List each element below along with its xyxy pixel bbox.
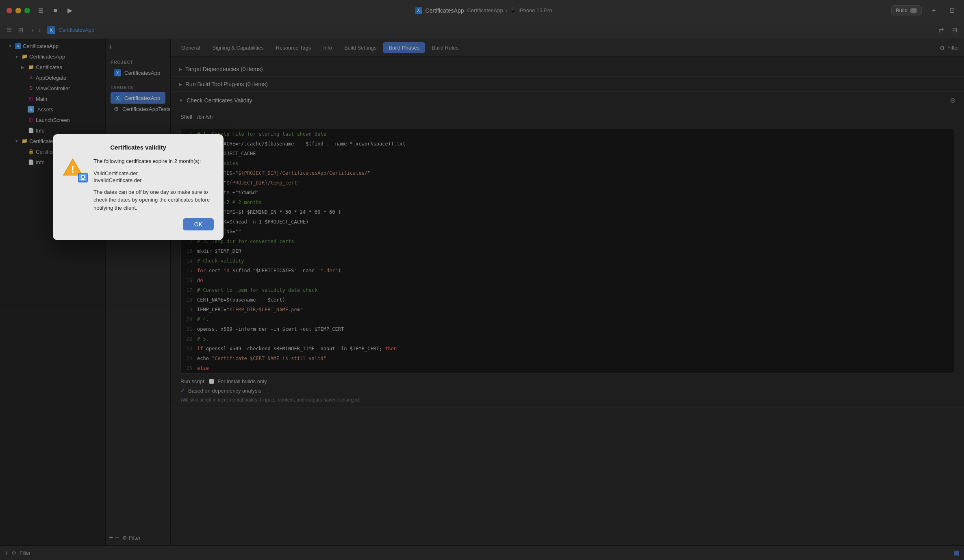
status-badge xyxy=(954,551,959,556)
sidebar-item-launchscreen[interactable]: ⊞ LaunchScreen xyxy=(0,115,105,125)
line-number: 17 xyxy=(181,287,197,293)
phase-delete-button[interactable]: ⊖ xyxy=(950,96,956,105)
code-editor[interactable]: 1 # 1. Create file for storing last show… xyxy=(180,129,954,373)
project-item-certificatesapp[interactable]: X CertificatesApp xyxy=(111,67,165,78)
svg-point-6 xyxy=(82,176,84,178)
nav-forward-button[interactable]: › xyxy=(37,25,42,35)
grid-view-button[interactable]: ⊞ xyxy=(17,25,25,35)
phase-run-build-tool-header[interactable]: ▶ Run Build Tool Plug-ins (0 items) xyxy=(171,77,964,91)
swift-icon: S xyxy=(28,85,34,91)
swift-icon: S xyxy=(28,74,34,81)
line-number: 19 xyxy=(181,307,197,313)
build-phases-content: ▶ Target Dependencies (0 items) ▶ Run Bu… xyxy=(171,57,964,545)
line-number: 21 xyxy=(181,326,197,332)
stop-button[interactable]: ■ xyxy=(50,5,61,16)
cert2-name: InvalidCertificate.der xyxy=(93,177,214,183)
expand-arrow-icon: ▼ xyxy=(15,54,20,59)
build-button[interactable]: Build 2 xyxy=(891,5,922,15)
add-status-button[interactable]: + xyxy=(5,549,9,557)
toolbar: ☰ ⊞ ‹ › X CertificatesApp ⇄ ⊟ xyxy=(0,21,964,39)
main-layout: ▼ X CertificatesApp ▼ 📁 CertificatesApp … xyxy=(0,39,964,545)
tab-info[interactable]: Info xyxy=(317,42,338,53)
sidebar-bottom: + − ⚙ Filter xyxy=(106,530,170,545)
assets-label: Assets xyxy=(37,106,53,113)
line-code: do xyxy=(197,278,208,283)
sidebar-item-certificatesapp-root[interactable]: ▼ X CertificatesApp xyxy=(0,41,105,51)
sidebar-item-main[interactable]: ⊞ Main xyxy=(0,93,105,104)
sidebar-item-viewcontroller[interactable]: S ViewController xyxy=(0,83,105,93)
phase-target-dependencies-header[interactable]: ▶ Target Dependencies (0 items) xyxy=(171,62,964,76)
line-number: 22 xyxy=(181,336,197,342)
shell-value: /bin/sh xyxy=(197,114,213,120)
minimize-button[interactable] xyxy=(15,8,21,13)
project-icon: X xyxy=(15,43,21,49)
project-panel: + PROJECT X CertificatesApp TARGETS X Ce… xyxy=(106,39,171,545)
close-button[interactable] xyxy=(7,8,12,13)
code-line-8: 8 REMIND_IN=2 # 2 months xyxy=(181,198,954,207)
phase-check-certificates-header[interactable]: ▼ Check Certificates Validity ⊖ xyxy=(171,92,964,109)
tab-build-phases[interactable]: Build Phases xyxy=(383,42,425,53)
cert-icon: 🔒 xyxy=(28,148,34,155)
content-area: General Signing & Capabilities Resource … xyxy=(171,39,964,545)
code-line-11: 11 CERT_WARNING="" xyxy=(181,227,954,237)
add-phase-button[interactable]: + xyxy=(106,42,115,52)
add-tab-button[interactable]: + xyxy=(928,5,940,16)
build-label: Build xyxy=(896,7,908,13)
tab-build-rules[interactable]: Build Rules xyxy=(426,42,464,53)
sidebar-item-certificates-folder[interactable]: ▶ 📁 Certificates xyxy=(0,62,105,72)
sidebar-toggle-button[interactable]: ☰ xyxy=(5,25,13,35)
tab-signing[interactable]: Signing & Capabilities xyxy=(206,42,269,53)
sidebar-item-certificatesapp-group[interactable]: ▼ 📁 CertificatesApp xyxy=(0,51,105,62)
expand-icon: ▼ xyxy=(179,98,183,103)
right-panel-button[interactable]: ⊟ xyxy=(951,25,959,35)
code-line-1: 1 # 1. Create file for storing last show… xyxy=(181,129,954,139)
targets-section: TARGETS X CertificatesApp ⚙ Certificates… xyxy=(106,81,170,117)
filter-label: Filter xyxy=(129,535,141,541)
tab-build-settings[interactable]: Build Settings xyxy=(339,42,382,53)
storyboard-icon: ⊞ xyxy=(28,117,34,123)
target-item-label: CertificatesApp xyxy=(124,95,160,101)
maximize-button[interactable] xyxy=(24,8,30,13)
line-code: # 5. xyxy=(197,336,214,342)
target-item-certificatesapp[interactable]: X CertificatesApp xyxy=(111,92,165,104)
phase-check-certificates: ▼ Check Certificates Validity ⊖ Shell /b… xyxy=(171,92,964,408)
authors-button[interactable]: ⇄ xyxy=(937,25,946,35)
phase-target-dependencies: ▶ Target Dependencies (0 items) xyxy=(171,62,964,77)
run-button[interactable]: ▶ xyxy=(64,5,76,16)
dialog-icon: ! xyxy=(63,157,87,182)
target-item-tests[interactable]: ⚙ CertificatesAppTests xyxy=(111,104,165,114)
based-on-row: ✓ Based on dependency analysis xyxy=(180,388,954,394)
filter-status-label: Filter xyxy=(20,550,30,556)
titlebar: ⊞ ■ ▶ X CertificatesApp CertificatesApp … xyxy=(0,0,964,21)
line-code: CERTIFICATES="${PROJECT_DIR}/Certificate… xyxy=(197,170,375,176)
project-icon: X xyxy=(114,69,121,76)
ok-button[interactable]: OK xyxy=(183,218,214,230)
nav-back-button[interactable]: ‹ xyxy=(30,25,35,35)
code-line-10: 10 LAST_CHECK=$(head -n 1 $PROJECT_CACHE… xyxy=(181,217,954,227)
line-code: # 4. xyxy=(197,317,214,322)
titlebar-center: X CertificatesApp CertificatesApp › 📱 iP… xyxy=(80,7,886,14)
sidebar-item-assets[interactable]: A Assets xyxy=(0,104,105,115)
split-view-button[interactable]: ⊡ xyxy=(946,5,957,16)
tab-general[interactable]: General xyxy=(176,42,206,53)
folder-icon: 📁 xyxy=(21,53,28,60)
panel-toggle-button[interactable]: ⊞ xyxy=(35,5,46,16)
svg-rect-5 xyxy=(81,179,85,180)
dialog-extra-text: The dates can be off by one day so make … xyxy=(93,188,214,212)
add-button[interactable]: + xyxy=(109,534,113,542)
sidebar-item-appdelegate[interactable]: S AppDelegate xyxy=(0,72,105,83)
code-line-5: 5 CERTIFICATES="${PROJECT_DIR}/Certifica… xyxy=(181,168,954,178)
toolbar-app-icon: X xyxy=(47,26,55,34)
remove-button[interactable]: − xyxy=(115,534,119,542)
code-line-21: 21 openssl x509 -inform der -in $cert -o… xyxy=(181,324,954,334)
tests-icon: ⚙ xyxy=(114,106,119,112)
main-label: Main xyxy=(36,96,47,102)
line-code: # Convert to .pem for validity date chec… xyxy=(197,287,322,293)
tab-resource-tags[interactable]: Resource Tags xyxy=(270,42,317,53)
app-title: CertificatesApp xyxy=(426,7,464,14)
for-install-checkbox[interactable] xyxy=(209,379,214,384)
toolbar-breadcrumb: X CertificatesApp xyxy=(47,26,94,34)
filter-icon: ⚙ xyxy=(940,45,945,51)
info-label: Info xyxy=(36,128,45,134)
code-line-18: 18 CERT_NAME=$(basename -- $cert) xyxy=(181,295,954,305)
